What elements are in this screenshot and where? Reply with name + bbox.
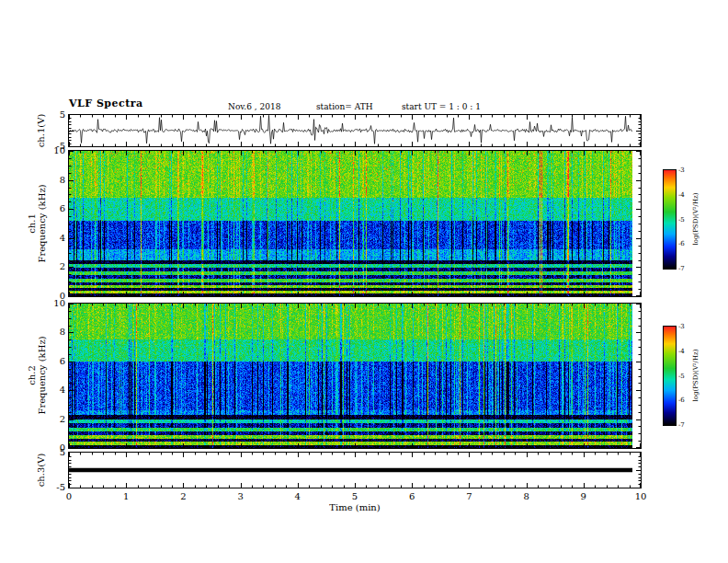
panel-ch3-voltage — [68, 452, 642, 488]
x-tick-label: 6 — [409, 491, 415, 501]
colorbar-tick-label: -3 — [678, 323, 685, 330]
freq-tick-label: 4 — [47, 233, 65, 243]
ch2-spectrogram-canvas — [69, 304, 641, 448]
ch1-voltage-plot-canvas — [69, 115, 641, 146]
panel-ch1-spectrogram — [68, 150, 642, 297]
voltage-tick-label: -5 — [47, 141, 65, 151]
ylabel-line: ch.1 — [27, 184, 37, 262]
ch1-spectrogram-canvas — [69, 151, 641, 296]
colorbar-ch2 — [663, 326, 677, 426]
colorbar-tick-label: -4 — [678, 191, 685, 199]
freq-tick-label: 2 — [47, 261, 65, 271]
colorbar-ch1 — [663, 169, 677, 270]
x-tick-label: 4 — [295, 491, 301, 501]
x-tick-label: 10 — [635, 491, 647, 501]
colorbar-tick-label: -7 — [678, 265, 685, 272]
colorbar2-label: log(PSD)(V²/Hz) — [692, 350, 700, 402]
x-tick-label: 2 — [180, 491, 186, 501]
header-start-ut: start UT = 1 : 0 : 1 — [402, 102, 481, 111]
voltage-tick-label: -5 — [47, 482, 65, 492]
x-tick-label: 8 — [523, 491, 529, 501]
colorbar-tick-label: -3 — [678, 167, 685, 174]
x-tick-label: 3 — [237, 491, 243, 501]
voltage-tick-label: 5 — [47, 447, 65, 457]
ylabel-ch1-voltage: ch.1(V) — [36, 114, 46, 148]
panel-ch1-voltage — [68, 114, 642, 147]
x-tick-label: 7 — [466, 491, 472, 501]
x-tick-label: 1 — [123, 491, 129, 501]
colorbar1-label: log(PSD)(V²/Hz) — [692, 193, 700, 246]
header-date: Nov.6 , 2018 — [228, 102, 280, 111]
freq-tick-label: 2 — [47, 414, 65, 424]
freq-tick-label: 4 — [47, 385, 65, 395]
freq-tick-label: 8 — [47, 327, 65, 337]
figure-title: VLF Spectra — [69, 98, 143, 109]
x-tick-label: 5 — [352, 491, 358, 501]
ylabel-ch3-voltage: ch.3(V) — [36, 454, 46, 488]
ylabel-line: Frequency (kHz) — [37, 336, 47, 414]
colorbar-tick-label: -6 — [678, 240, 685, 247]
colorbar-tick-label: -6 — [678, 396, 685, 404]
freq-tick-label: 6 — [47, 356, 65, 366]
ylabel-line: ch.2 — [27, 336, 37, 414]
colorbar-tick-label: -5 — [678, 373, 685, 380]
freq-tick-label: 6 — [47, 203, 65, 213]
colorbar-tick-label: -5 — [678, 216, 685, 224]
freq-tick-label: 8 — [47, 175, 65, 185]
voltage-tick-label: 5 — [47, 109, 65, 120]
time-axis-label: Time (min) — [329, 502, 380, 512]
ylabel-ch2-frequency: ch.2 Frequency (kHz) — [27, 336, 47, 414]
ch3-voltage-plot-canvas — [69, 453, 641, 488]
colorbar-tick-label: -7 — [678, 421, 685, 429]
panel-ch2-spectrogram — [68, 303, 642, 449]
ylabel-line: Frequency (kHz) — [37, 184, 47, 262]
header-station: station= ATH — [316, 102, 373, 111]
ylabel-ch1-frequency: ch.1 Frequency (kHz) — [27, 184, 47, 262]
x-tick-label: 9 — [581, 491, 586, 501]
freq-tick-label: 10 — [47, 298, 65, 308]
vlf-spectra-figure: VLF Spectra Nov.6 , 2018 station= ATH st… — [0, 0, 728, 563]
x-tick-label: 0 — [66, 491, 72, 501]
colorbar-tick-label: -4 — [678, 348, 685, 355]
